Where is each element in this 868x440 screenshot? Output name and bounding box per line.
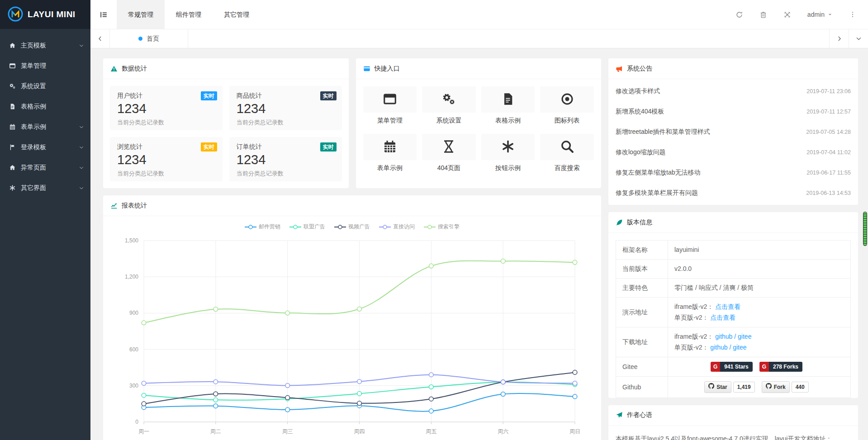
gitee-badge[interactable]: G 278 Forks — [759, 362, 802, 372]
panel-title: 数据统计 — [122, 65, 147, 73]
sidebar-item-label: 其它界面 — [21, 184, 79, 192]
quick-entry-7[interactable]: 百度搜索 — [540, 134, 594, 172]
sidebar-item-4[interactable]: 表单示例 — [0, 117, 90, 137]
clear-cache-icon[interactable] — [759, 11, 767, 19]
legend-item-0[interactable]: 邮件营销 — [245, 223, 280, 231]
quick-entry-2[interactable]: 表格示例 — [481, 86, 535, 125]
version-row-label: 演示地址 — [616, 298, 668, 327]
stat-card-2[interactable]: 浏览统计 实时 1234 当前分类总记录数 — [110, 137, 223, 181]
github-fork-button[interactable]: Fork — [762, 381, 790, 393]
notice-list: 修改选项卡样式 2019-07-11 23:06 新增系统404模板 2019-… — [608, 79, 858, 205]
link-点击查看[interactable]: 点击查看 — [715, 303, 740, 310]
quick-entry-3[interactable]: 图标列表 — [540, 86, 594, 125]
link-点击查看[interactable]: 点击查看 — [710, 314, 735, 321]
legend-item-1[interactable]: 联盟广告 — [289, 223, 325, 231]
notice-panel-header: 系统公告 — [608, 58, 858, 79]
notice-title: 修改logo缩放问题 — [616, 148, 665, 156]
quick-entry-1[interactable]: 系统设置 — [422, 86, 476, 125]
notice-item-5[interactable]: 修复多模块菜单栏展开有问题 2019-06-13 14:53 — [608, 183, 858, 203]
legend-item-2[interactable]: 视频广告 — [334, 223, 370, 231]
sidebar-item-6[interactable]: 异常页面 — [0, 157, 90, 178]
quick-entry-6[interactable]: 按钮示例 — [481, 134, 535, 172]
tabbar-spacer — [188, 29, 829, 48]
version-table: 框架名称 layuimini 当前版本 v2.0.0 主要特色 零门槛 / 响应… — [616, 240, 851, 398]
logo-icon — [7, 6, 24, 24]
github-star-button[interactable]: Star — [704, 381, 731, 393]
version-link-line: 单页版-v2： 点击查看 — [674, 313, 844, 322]
stat-card-3[interactable]: 订单统计 实时 1234 当前分类总记录数 — [229, 137, 342, 181]
notice-item-2[interactable]: 新增treetable插件和菜单管理样式 2019-07-05 14:28 — [608, 122, 858, 142]
quick-entry-4[interactable]: 表单示例 — [363, 134, 417, 172]
sidebar-item-1[interactable]: 菜单管理 — [0, 56, 90, 76]
sidebar-item-label: 登录模板 — [21, 143, 79, 151]
scrollbar-thumb[interactable] — [863, 212, 867, 246]
report-panel: 报表统计 邮件营销 联盟广告 视频广告 — [103, 195, 601, 440]
status-badge: 实时 — [201, 91, 217, 100]
link-gitee[interactable]: gitee — [733, 344, 746, 351]
tabs-scroll-left-button[interactable] — [90, 29, 110, 48]
link-github[interactable]: github — [715, 333, 732, 340]
panel-title: 系统公告 — [627, 65, 652, 73]
search-icon — [560, 139, 574, 155]
top-nav-tabs: 常规管理组件管理其它管理 — [117, 0, 261, 29]
sidebar-item-label: 系统设置 — [21, 82, 84, 90]
legend-item-4[interactable]: 搜索引擎 — [424, 223, 460, 231]
stat-card-0[interactable]: 用户统计 实时 1234 当前分类总记录数 — [110, 86, 223, 130]
logo[interactable]: LAYUI MINI — [0, 0, 90, 29]
warning-triangle-icon — [110, 65, 118, 72]
notice-item-4[interactable]: 修复左侧菜单缩放tab无法移动 2019-06-17 11:55 — [608, 162, 858, 183]
quick-entry-label: 百度搜索 — [540, 164, 594, 172]
version-row-label: 当前版本 — [616, 260, 668, 278]
user-menu[interactable]: admin — [807, 11, 833, 18]
github-star-widget[interactable]: Star 1,419 — [704, 381, 754, 393]
legend-item-3[interactable]: 直接访问 — [379, 223, 415, 231]
quick-entry-icon-box — [422, 86, 476, 113]
notice-panel: 系统公告 修改选项卡样式 2019-07-11 23:06 新增系统404模板 … — [608, 58, 858, 205]
github-fork-widget[interactable]: Fork 440 — [762, 381, 809, 393]
file-icon — [501, 92, 515, 108]
gitee-badge[interactable]: G 941 Stars — [711, 362, 753, 372]
sidebar-item-2[interactable]: 系统设置 — [0, 76, 90, 96]
svg-text:300: 300 — [129, 383, 138, 389]
notice-item-1[interactable]: 新增系统404模板 2019-07-11 12:57 — [608, 101, 858, 122]
chevron-down-icon — [79, 145, 84, 150]
calendar-icon — [9, 123, 20, 130]
link-github[interactable]: github — [710, 344, 727, 351]
refresh-icon[interactable] — [735, 11, 743, 19]
sidebar-item-7[interactable]: 其它界面 — [0, 178, 90, 198]
quick-entry-0[interactable]: 菜单管理 — [363, 86, 417, 125]
version-row-5: Gitee G 941 Stars G 278 Forks — [616, 357, 850, 377]
quick-entry-label: 图标列表 — [540, 117, 594, 125]
stat-card-1[interactable]: 商品统计 实时 1234 当前分类总记录数 — [229, 86, 342, 130]
top-tab-1[interactable]: 组件管理 — [165, 0, 213, 29]
tabs-menu-button[interactable] — [849, 29, 868, 48]
content-area: 数据统计 用户统计 实时 1234 当前分类总记录数 商品统计 实时 1234 … — [90, 48, 868, 440]
caret-down-icon — [827, 12, 833, 17]
sidebar-item-3[interactable]: 表格示例 — [0, 96, 90, 117]
fullscreen-icon[interactable] — [783, 11, 791, 19]
tabs-scroll-right-button[interactable] — [829, 29, 849, 48]
quick-entry-label: 系统设置 — [422, 117, 476, 125]
header-actions: admin — [735, 11, 868, 19]
credit-card-icon — [363, 65, 370, 72]
sidebar-item-0[interactable]: 主页模板 — [0, 35, 90, 56]
top-tab-2[interactable]: 其它管理 — [213, 0, 261, 29]
sidebar-collapse-button[interactable] — [90, 10, 117, 19]
quick-entry-5[interactable]: 404页面 — [422, 134, 476, 172]
stat-card-desc: 当前分类总记录数 — [117, 118, 215, 127]
more-menu-icon[interactable] — [849, 11, 856, 18]
top-tab-0[interactable]: 常规管理 — [117, 0, 165, 29]
asterisk-icon — [9, 185, 20, 191]
notice-item-3[interactable]: 修改logo缩放问题 2019-07-04 11:02 — [608, 142, 858, 162]
legend-marker — [245, 224, 256, 230]
version-link-line: iframe版-v2： 点击查看 — [674, 302, 844, 312]
open-tab-0[interactable]: 首页 — [110, 29, 188, 48]
svg-text:周五: 周五 — [426, 428, 436, 435]
link-gitee[interactable]: gitee — [738, 333, 751, 340]
notice-item-0[interactable]: 修改选项卡样式 2019-07-11 23:06 — [608, 81, 858, 101]
svg-text:周二: 周二 — [210, 428, 221, 435]
paper-plane-icon — [616, 412, 623, 419]
sidebar-item-5[interactable]: 登录模板 — [0, 137, 90, 157]
stats-panel-header: 数据统计 — [103, 58, 349, 79]
quick-entries: 菜单管理 系统设置 表格示例 图标列表 表单示例 404页面 — [356, 79, 602, 180]
